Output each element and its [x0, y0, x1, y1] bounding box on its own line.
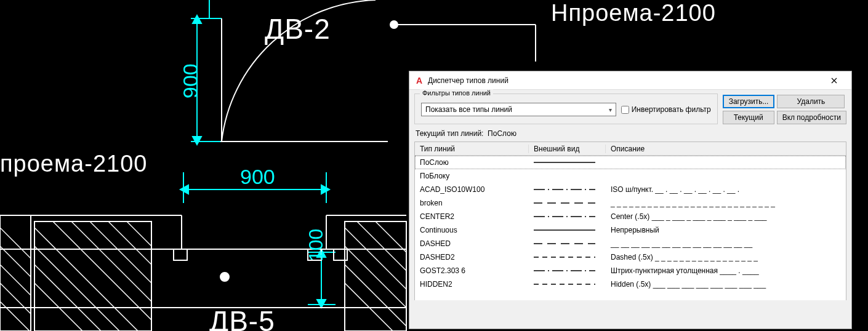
cell-preview [529, 280, 606, 289]
svg-line-42 [127, 221, 151, 246]
cell-preview [529, 199, 606, 207]
col-header-type[interactable]: Тип линий [415, 145, 529, 153]
svg-line-35 [34, 246, 133, 331]
cell-desc: Штрих-пунктирная утолщенная ____ . ____ [606, 266, 846, 275]
svg-point-27 [220, 273, 229, 281]
filters-fieldset: Фильтры типов линий Показать все типы ли… [414, 94, 718, 124]
svg-line-31 [0, 265, 31, 295]
dim-900-vertical: 900 [179, 63, 203, 98]
cell-desc: ISO ш/пункт. __ . __ . __ . __ . __ . __… [606, 185, 846, 194]
invert-filter-checkbox[interactable]: Инвертировать фильтр [621, 105, 711, 114]
dim-100-vertical: 100 [305, 229, 328, 261]
dim-900-horizontal: 900 [240, 165, 275, 189]
cell-name: DASHED [415, 239, 529, 248]
svg-line-30 [0, 246, 31, 277]
cell-name: Continuous [415, 226, 529, 234]
dialog-title: Диспетчер типов линий [428, 76, 822, 85]
cell-name: DASHED2 [415, 253, 529, 261]
cell-name: GOST2.303 6 [415, 266, 529, 275]
svg-rect-24 [174, 249, 187, 260]
svg-line-36 [34, 265, 115, 331]
cell-desc: Непрерывный [606, 226, 846, 234]
table-row[interactable]: ПоБлоку [415, 169, 846, 183]
table-row[interactable]: CENTER2Center (.5x) ___ _ ___ _ ___ _ __… [415, 210, 846, 223]
table-row[interactable]: DASHED__ __ __ __ __ __ __ __ __ __ __ _… [415, 237, 846, 250]
cell-preview [529, 226, 606, 234]
svg-line-47 [357, 221, 406, 271]
svg-line-48 [376, 221, 406, 252]
cell-name: ACAD_ISO10W100 [415, 185, 529, 194]
svg-line-44 [345, 246, 406, 308]
cad-label-dv2: ДВ-2 [265, 12, 331, 46]
table-row[interactable]: DASHED2Dashed (.5x) _ _ _ _ _ _ _ _ _ _ … [415, 250, 846, 264]
details-button[interactable]: Вкл подробности [777, 111, 846, 124]
cad-label-hproema-right: Нпроема-2100 [551, 0, 716, 26]
svg-line-40 [90, 221, 151, 283]
cad-label-dv5: ДВ-5 [209, 305, 275, 331]
table-row[interactable]: ContinuousНепрерывный [415, 223, 846, 237]
cell-desc: Center (.5x) ___ _ ___ _ ___ _ ___ _ ___… [606, 212, 846, 221]
col-header-desc[interactable]: Описание [606, 145, 846, 153]
filter-dropdown-value: Показать все типы линий [425, 105, 512, 114]
cell-preview [529, 185, 606, 194]
svg-line-29 [0, 228, 31, 258]
current-prefix: Текущий тип линий: [416, 129, 483, 138]
cell-desc: _ _ _ _ _ _ _ _ _ _ _ _ _ _ _ _ _ _ _ _ … [606, 199, 846, 207]
cell-desc: __ __ __ __ __ __ __ __ __ __ __ __ __ _… [606, 239, 846, 248]
linetype-manager-dialog: A Диспетчер типов линий Фильтры типов ли… [409, 71, 852, 329]
cell-name: CENTER2 [415, 212, 529, 221]
cell-preview [529, 172, 606, 180]
filters-label: Фильтры типов линий [420, 89, 493, 97]
cad-label-hproema-left: проема-2100 [0, 151, 147, 177]
svg-line-38 [53, 221, 151, 320]
svg-point-28 [390, 21, 398, 28]
current-button[interactable]: Текущий [723, 111, 774, 124]
table-row[interactable]: HIDDEN2Hidden (.5x) ___ ___ ___ ___ ___ … [415, 277, 846, 291]
cell-name: broken [415, 199, 529, 207]
invert-filter-input[interactable] [621, 106, 629, 114]
svg-line-32 [0, 283, 31, 314]
autocad-logo-icon: A [414, 76, 424, 86]
cell-preview [529, 212, 606, 221]
cell-desc: Hidden (.5x) ___ ___ ___ ___ ___ ___ ___… [606, 280, 846, 289]
cell-name: ПоБлоку [415, 172, 529, 180]
current-linetype-label: Текущий тип линий: ПоСлою [409, 127, 851, 140]
close-icon [831, 78, 837, 84]
filter-dropdown[interactable]: Показать все типы линий ▾ [421, 103, 616, 116]
table-row[interactable]: ПоСлою [415, 156, 846, 169]
svg-rect-22 [34, 221, 151, 331]
close-button[interactable] [822, 72, 846, 89]
cell-preview [529, 239, 606, 248]
cell-name: ПоСлою [415, 158, 529, 167]
load-button[interactable]: Загрузить... [723, 95, 775, 108]
invert-filter-label: Инвертировать фильтр [632, 105, 711, 114]
table-row[interactable]: GOST2.303 6Штрих-пунктирная утолщенная _… [415, 264, 846, 277]
table-row[interactable]: ACAD_ISO10W100ISO ш/пункт. __ . __ . __ … [415, 183, 846, 196]
cell-preview [529, 253, 606, 261]
current-value: ПоСлою [488, 129, 516, 138]
svg-line-41 [108, 221, 151, 265]
table-row[interactable]: broken_ _ _ _ _ _ _ _ _ _ _ _ _ _ _ _ _ … [415, 196, 846, 210]
cell-desc: Dashed (.5x) _ _ _ _ _ _ _ _ _ _ _ _ _ _… [606, 253, 846, 261]
cell-preview [529, 158, 606, 167]
svg-line-33 [0, 301, 31, 331]
cell-preview [529, 266, 606, 275]
dialog-titlebar[interactable]: A Диспетчер типов линий [409, 71, 851, 90]
table-header: Тип линий Внешний вид Описание [415, 142, 846, 156]
svg-line-43 [345, 228, 406, 289]
col-header-appearance[interactable]: Внешний вид [529, 145, 606, 153]
cell-name: HIDDEN2 [415, 280, 529, 289]
delete-button[interactable]: Удалить [777, 95, 845, 108]
chevron-down-icon: ▾ [609, 106, 612, 113]
svg-line-45 [345, 265, 406, 326]
linetype-table: Тип линий Внешний вид Описание ПоСлоюПоБ… [414, 142, 846, 300]
